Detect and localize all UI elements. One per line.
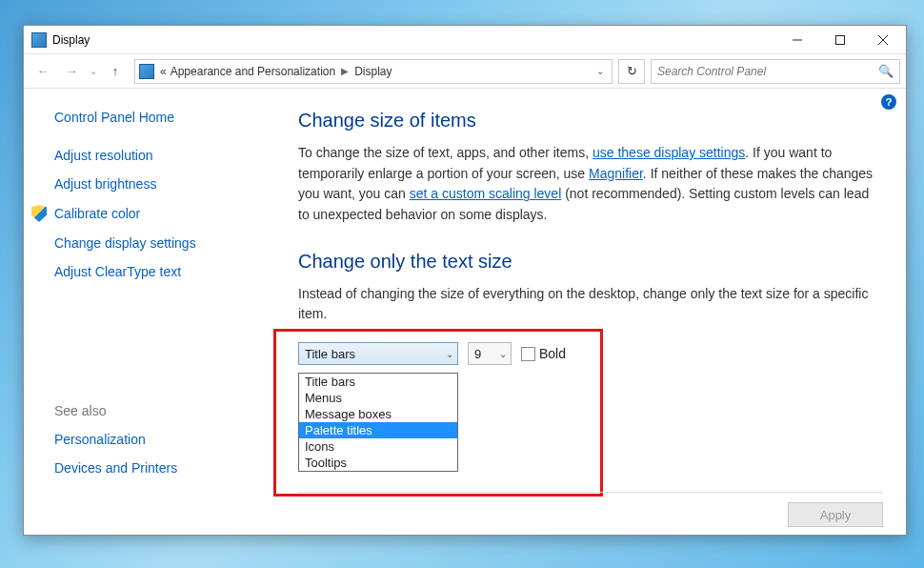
address-bar[interactable]: « Appearance and Personalization ▶ Displ… bbox=[134, 59, 613, 84]
maximize-button[interactable] bbox=[818, 27, 861, 53]
refresh-button[interactable]: ↻ bbox=[618, 59, 645, 84]
shield-icon bbox=[31, 205, 47, 222]
window-controls bbox=[775, 27, 904, 53]
breadcrumb-segment[interactable]: Display bbox=[354, 65, 392, 78]
apply-row: Apply bbox=[298, 492, 883, 527]
forward-button[interactable]: → bbox=[58, 58, 85, 85]
text-size-controls: Title bars ⌄ 9 ⌄ Bold bbox=[298, 342, 883, 365]
chevron-down-icon: ⌄ bbox=[499, 349, 507, 359]
navbar: ← → ⌄ ↑ « Appearance and Personalization… bbox=[24, 54, 906, 89]
main-panel: Change size of items To change the size … bbox=[271, 89, 906, 535]
link-display-settings[interactable]: use these display settings bbox=[593, 145, 745, 160]
heading-change-size: Change size of items bbox=[298, 110, 883, 132]
window-title: Display bbox=[52, 33, 775, 47]
titlebar: Display bbox=[24, 26, 906, 54]
sidebar-home-link[interactable]: Control Panel Home bbox=[54, 110, 271, 125]
dropdown-option[interactable]: Tooltips bbox=[299, 455, 457, 471]
dropdown-option[interactable]: Menus bbox=[299, 390, 457, 406]
combobox-value: 9 bbox=[474, 347, 481, 361]
sidebar-item-cleartype[interactable]: Adjust ClearType text bbox=[54, 264, 271, 279]
minimize-button[interactable] bbox=[775, 27, 818, 53]
search-input[interactable] bbox=[657, 65, 878, 78]
see-also-heading: See also bbox=[54, 403, 271, 418]
chevron-right-icon: ▶ bbox=[339, 66, 351, 76]
up-button[interactable]: ↑ bbox=[102, 58, 129, 85]
item-dropdown-list[interactable]: Title bars Menus Message boxes Palette t… bbox=[298, 373, 458, 472]
search-box[interactable]: 🔍 bbox=[651, 59, 900, 84]
bold-label: Bold bbox=[539, 346, 566, 361]
sidebar-item-brightness[interactable]: Adjust brightness bbox=[54, 176, 271, 192]
svg-rect-1 bbox=[835, 35, 844, 44]
sidebar-item-resolution[interactable]: Adjust resolution bbox=[54, 148, 271, 163]
body-text-1: To change the size of text, apps, and ot… bbox=[298, 143, 883, 226]
chevron-down-icon: ⌄ bbox=[446, 349, 453, 359]
see-also-personalization[interactable]: Personalization bbox=[54, 432, 271, 447]
close-button[interactable] bbox=[861, 27, 904, 53]
display-window: Display ← → ⌄ ↑ « Appearance and Persona… bbox=[23, 25, 907, 536]
sidebar-item-calibrate[interactable]: Calibrate color bbox=[31, 205, 271, 222]
see-also-devices-printers[interactable]: Devices and Printers bbox=[54, 460, 271, 476]
body-text-2: Instead of changing the size of everythi… bbox=[298, 284, 883, 325]
dropdown-option-selected[interactable]: Palette titles bbox=[299, 422, 457, 438]
bold-checkbox-row[interactable]: Bold bbox=[521, 346, 566, 361]
breadcrumb-segment[interactable]: Appearance and Personalization bbox=[171, 65, 335, 78]
dropdown-option[interactable]: Title bars bbox=[299, 374, 457, 390]
bold-checkbox[interactable] bbox=[521, 347, 535, 361]
back-button[interactable]: ← bbox=[30, 58, 56, 85]
heading-text-size: Change only the text size bbox=[298, 251, 883, 273]
item-combobox[interactable]: Title bars ⌄ bbox=[298, 342, 458, 365]
sidebar-item-display-settings[interactable]: Change display settings bbox=[54, 235, 271, 251]
chevron-down-icon[interactable]: ⌄ bbox=[596, 66, 608, 76]
display-icon bbox=[31, 32, 47, 48]
breadcrumb-prefix: « bbox=[160, 65, 167, 78]
link-magnifier[interactable]: Magnifier bbox=[589, 166, 643, 181]
apply-button[interactable]: Apply bbox=[788, 502, 883, 527]
link-custom-scaling[interactable]: set a custom scaling level bbox=[410, 186, 562, 201]
display-icon bbox=[139, 64, 154, 79]
size-combobox[interactable]: 9 ⌄ bbox=[468, 342, 512, 365]
search-icon[interactable]: 🔍 bbox=[878, 64, 894, 78]
history-chevron-icon[interactable]: ⌄ bbox=[87, 58, 100, 85]
dropdown-option[interactable]: Icons bbox=[299, 438, 457, 455]
breadcrumb: « Appearance and Personalization ▶ Displ… bbox=[160, 65, 596, 78]
combobox-value: Title bars bbox=[305, 347, 355, 361]
dropdown-option[interactable]: Message boxes bbox=[299, 406, 457, 422]
content-area: ? Control Panel Home Adjust resolution A… bbox=[24, 89, 906, 535]
sidebar-item-label: Calibrate color bbox=[54, 206, 140, 221]
sidebar: Control Panel Home Adjust resolution Adj… bbox=[24, 89, 271, 535]
